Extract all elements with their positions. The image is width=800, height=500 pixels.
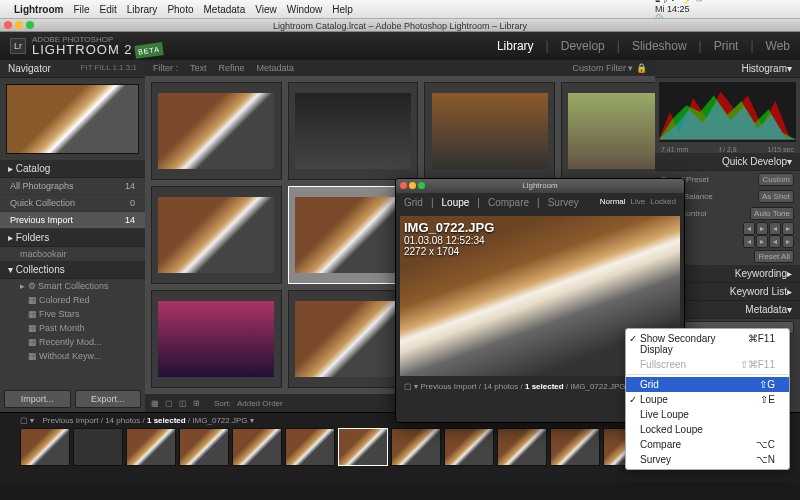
stepper-button[interactable]: ◂	[743, 222, 755, 235]
filmstrip-thumb[interactable]	[550, 428, 600, 466]
stepper-button[interactable]: ◂	[769, 222, 781, 235]
menu-window[interactable]: Window	[287, 4, 323, 15]
navigator-preview[interactable]	[6, 84, 139, 154]
sec-state[interactable]: Locked	[650, 197, 676, 208]
window-titlebar[interactable]: Lightroom Catalog.lrcat – Adobe Photosho…	[0, 18, 800, 32]
collection-item[interactable]: ▦ Without Keyw...	[0, 349, 145, 363]
app-menu[interactable]: Lightroom	[14, 4, 63, 15]
menu-metadata[interactable]: Metadata	[204, 4, 246, 15]
menu-item[interactable]: Locked Loupe	[626, 422, 789, 437]
import-button[interactable]: Import...	[4, 390, 71, 408]
module-develop[interactable]: Develop	[561, 39, 605, 53]
menu-item-highlighted[interactable]: Grid⇧G	[626, 377, 789, 392]
secondary-modes: Grid| Loupe| Compare| Survey NormalLiveL…	[396, 193, 684, 212]
menu-file[interactable]: File	[73, 4, 89, 15]
menu-edit[interactable]: Edit	[100, 4, 117, 15]
stepper-button[interactable]: ▸	[756, 222, 768, 235]
view-loupe-icon[interactable]: ▢	[165, 399, 173, 408]
catalog-item[interactable]: Quick Collection0	[0, 195, 145, 212]
menu-library[interactable]: Library	[127, 4, 158, 15]
preset-select[interactable]: Custom	[758, 173, 794, 186]
catalog-header[interactable]: ▸ Catalog	[0, 160, 145, 178]
close-icon[interactable]	[4, 21, 12, 29]
stepper-button[interactable]: ▸	[756, 235, 768, 248]
menu-photo[interactable]: Photo	[167, 4, 193, 15]
folders-header[interactable]: ▸ Folders	[0, 229, 145, 247]
collections-header[interactable]: ▾ Collections	[0, 261, 145, 279]
menu-item[interactable]: ✓Loupe⇧E	[626, 392, 789, 407]
collection-item[interactable]: ▦ Colored Red	[0, 293, 145, 307]
stepper-button[interactable]: ◂	[743, 235, 755, 248]
clock[interactable]: Mi 14:25	[655, 4, 794, 14]
grid-cell[interactable]	[561, 82, 655, 180]
wb-select[interactable]: As Shot	[758, 190, 794, 203]
menu-item[interactable]: Compare⌥C	[626, 437, 789, 452]
filter-preset[interactable]: Custom Filter ▾ 🔒	[572, 63, 647, 73]
view-grid-icon[interactable]: ▦	[151, 399, 159, 408]
filmstrip-thumb[interactable]	[126, 428, 176, 466]
zoom-icon[interactable]	[418, 182, 425, 189]
filmstrip-thumb[interactable]	[73, 428, 123, 466]
secondary-titlebar[interactable]: Lightroom	[396, 179, 684, 193]
collection-item[interactable]: ▦ Past Month	[0, 321, 145, 335]
collection-item[interactable]: ▦ Recently Mod...	[0, 335, 145, 349]
catalog-item[interactable]: All Photographs14	[0, 178, 145, 195]
collection-item[interactable]: ▸ ⚙ Smart Collections	[0, 279, 145, 293]
zoom-icon[interactable]	[26, 21, 34, 29]
export-button[interactable]: Export...	[75, 390, 142, 408]
menu-item[interactable]: Survey⌥N	[626, 452, 789, 467]
navigator-header[interactable]: NavigatorFIT FILL 1:1 3:1	[0, 60, 145, 78]
menu-item[interactable]: Live Loupe	[626, 407, 789, 422]
module-web[interactable]: Web	[766, 39, 790, 53]
filmstrip-thumb[interactable]	[232, 428, 282, 466]
grid-cell[interactable]	[151, 290, 282, 388]
filmstrip-thumb[interactable]	[285, 428, 335, 466]
histogram[interactable]	[659, 82, 796, 142]
filter-tab[interactable]: Text	[190, 63, 207, 73]
stepper-button[interactable]: ◂	[769, 235, 781, 248]
folder-item[interactable]: macbookair	[0, 247, 145, 261]
module-library[interactable]: Library	[497, 39, 534, 53]
grid-cell[interactable]	[424, 82, 555, 180]
grid-cell[interactable]	[151, 82, 282, 180]
filmstrip-thumb[interactable]	[444, 428, 494, 466]
autotone-button[interactable]: Auto Tone	[750, 207, 794, 220]
histogram-header[interactable]: Histogram ▾	[655, 60, 800, 78]
grid-cell[interactable]	[151, 186, 282, 284]
sec-state[interactable]: Normal	[600, 197, 626, 208]
filmstrip-thumb[interactable]	[391, 428, 441, 466]
minimize-icon[interactable]	[15, 21, 23, 29]
sort-value[interactable]: Added Order	[237, 399, 283, 408]
sec-mode-loupe[interactable]: Loupe	[442, 197, 470, 208]
quickdevelop-header[interactable]: Quick Develop ▾	[655, 153, 800, 171]
menu-help[interactable]: Help	[332, 4, 353, 15]
filmstrip-thumb-selected[interactable]	[338, 428, 388, 466]
sec-state[interactable]: Live	[631, 197, 646, 208]
mac-menubar: Lightroom File Edit Library Photo Metada…	[0, 0, 800, 18]
view-compare-icon[interactable]: ◫	[179, 399, 187, 408]
grid-cell[interactable]	[288, 82, 419, 180]
filmstrip-thumb[interactable]	[497, 428, 547, 466]
menu-item[interactable]: ✓Show Secondary Display⌘F11	[626, 331, 789, 357]
sec-mode-compare[interactable]: Compare	[488, 197, 529, 208]
filmstrip-thumb[interactable]	[179, 428, 229, 466]
view-survey-icon[interactable]: ⊞	[193, 399, 200, 408]
stepper-button[interactable]: ▸	[782, 222, 794, 235]
minimize-icon[interactable]	[409, 182, 416, 189]
module-print[interactable]: Print	[714, 39, 739, 53]
filter-tab[interactable]: Metadata	[257, 63, 295, 73]
menu-view[interactable]: View	[255, 4, 277, 15]
module-slideshow[interactable]: Slideshow	[632, 39, 687, 53]
catalog-item-selected[interactable]: Previous Import14	[0, 212, 145, 229]
stepper-button[interactable]: ▸	[782, 235, 794, 248]
reset-button[interactable]: Reset All	[754, 250, 794, 263]
filter-tab[interactable]: Refine	[219, 63, 245, 73]
sec-mode-survey[interactable]: Survey	[548, 197, 579, 208]
sec-mode-grid[interactable]: Grid	[404, 197, 423, 208]
collection-item[interactable]: ▦ Five Stars	[0, 307, 145, 321]
app-header: Lr ADOBE PHOTOSHOP LIGHTROOM 2BETA Libra…	[0, 32, 800, 60]
secondary-monitor-icon[interactable]: ▢ ▾	[20, 416, 34, 425]
filmstrip-thumb[interactable]	[20, 428, 70, 466]
filter-bar: Filter : Text Refine Metadata Custom Fil…	[145, 60, 655, 76]
close-icon[interactable]	[400, 182, 407, 189]
